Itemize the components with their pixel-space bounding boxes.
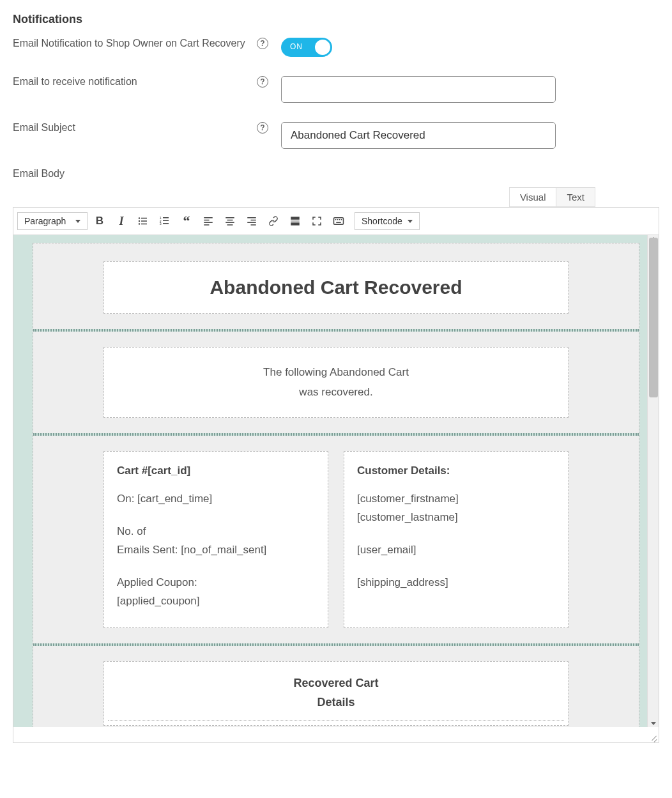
fullscreen-icon <box>311 215 323 227</box>
bullet-list-icon <box>137 215 149 227</box>
align-right-button[interactable] <box>242 211 261 231</box>
recovered-title-line2: Details <box>104 693 568 712</box>
svg-rect-28 <box>335 219 337 220</box>
svg-rect-16 <box>225 217 234 219</box>
editor-tabs: Visual Text <box>13 187 595 207</box>
scroll-thumb[interactable] <box>649 238 658 397</box>
svg-rect-31 <box>341 219 342 220</box>
row-email-notification: Email Notification to Shop Owner on Cart… <box>13 38 659 57</box>
recovered-cart-box[interactable]: Recovered Cart Details <box>103 661 569 726</box>
svg-rect-29 <box>337 219 339 220</box>
blockquote-button[interactable]: “ <box>177 211 196 231</box>
help-icon[interactable]: ? <box>257 122 268 134</box>
align-right-icon <box>246 215 257 227</box>
numbered-list-button[interactable]: 123 <box>155 211 174 231</box>
svg-rect-30 <box>339 219 340 220</box>
label-email-notification: Email Notification to Shop Owner on Cart… <box>13 38 249 49</box>
tab-visual[interactable]: Visual <box>509 187 557 207</box>
scroll-down-icon <box>651 722 656 725</box>
input-recipient-email[interactable] <box>281 76 556 103</box>
cart-coupon-line1: Applied Coupon: <box>117 574 315 592</box>
svg-rect-9 <box>163 220 169 222</box>
svg-rect-15 <box>204 224 209 226</box>
italic-button[interactable]: I <box>112 211 131 231</box>
customer-heading: Customer Details: <box>357 464 555 477</box>
help-icon[interactable]: ? <box>257 38 268 49</box>
divider <box>33 433 639 436</box>
toolbar-toggle-button[interactable] <box>329 211 348 231</box>
intro-line-2: was recovered. <box>119 383 553 403</box>
svg-rect-27 <box>334 218 344 225</box>
divider <box>33 643 639 646</box>
bullet-list-button[interactable] <box>134 211 153 231</box>
scrollbar[interactable] <box>647 235 659 727</box>
customer-shipping: [shipping_address] <box>357 574 555 592</box>
align-left-icon <box>202 215 214 227</box>
email-title-box[interactable]: Abandoned Cart Recovered <box>103 261 569 314</box>
svg-text:3: 3 <box>160 222 162 226</box>
input-email-subject[interactable] <box>281 122 556 149</box>
svg-rect-20 <box>247 217 256 219</box>
customer-email: [user_email] <box>357 541 555 560</box>
toggle-email-notification[interactable]: ON <box>281 38 332 57</box>
svg-rect-24 <box>291 217 300 220</box>
customer-details-box[interactable]: Customer Details: [customer_firstname] [… <box>344 451 569 627</box>
align-center-button[interactable] <box>220 211 240 231</box>
resize-handle-icon[interactable] <box>648 732 657 741</box>
label-recipient-email: Email to receive notification <box>13 76 249 88</box>
align-center-icon <box>224 215 236 227</box>
divider <box>33 329 639 332</box>
intro-box[interactable]: The following Abandoned Cart was recover… <box>103 347 569 418</box>
keyboard-icon <box>333 215 344 227</box>
svg-point-0 <box>139 217 140 219</box>
svg-rect-26 <box>291 222 300 226</box>
editor-canvas[interactable]: Abandoned Cart Recovered The following A… <box>13 235 659 727</box>
cart-emails-line1: No. of <box>117 523 315 541</box>
toggle-state-label: ON <box>290 42 303 51</box>
align-left-button[interactable] <box>199 211 218 231</box>
toggle-knob <box>315 40 330 55</box>
row-email-subject: Email Subject ? <box>13 122 659 149</box>
shortcode-dropdown[interactable]: Shortcode <box>355 212 420 230</box>
customer-lastname: [customer_lastname] <box>357 509 555 527</box>
svg-rect-5 <box>141 224 147 225</box>
cart-emails-line2: Emails Sent: [no_of_mail_sent] <box>117 541 315 560</box>
svg-point-2 <box>139 220 140 222</box>
cart-details-box[interactable]: Cart #[cart_id] On: [cart_end_time] No. … <box>103 451 328 627</box>
email-template-body[interactable]: Abandoned Cart Recovered The following A… <box>33 243 639 727</box>
svg-rect-32 <box>336 222 341 224</box>
editor-box: Paragraph B I 123 “ <box>13 207 659 743</box>
svg-rect-14 <box>204 222 213 224</box>
svg-rect-3 <box>141 220 147 222</box>
editor-toolbar: Paragraph B I 123 “ <box>13 208 659 235</box>
svg-rect-7 <box>163 217 169 219</box>
link-button[interactable] <box>264 211 283 231</box>
label-email-subject: Email Subject <box>13 122 249 134</box>
email-title: Abandoned Cart Recovered <box>118 276 554 299</box>
fullscreen-button[interactable] <box>307 211 326 231</box>
svg-rect-11 <box>163 223 169 224</box>
bold-button[interactable]: B <box>90 211 109 231</box>
label-email-body: Email Body <box>13 168 281 180</box>
intro-line-1: The following Abandoned Cart <box>119 363 553 383</box>
svg-rect-18 <box>225 222 234 224</box>
format-dropdown[interactable]: Paragraph <box>17 212 88 230</box>
editor-statusbar <box>13 727 659 742</box>
caret-down-icon <box>408 220 413 223</box>
svg-rect-12 <box>204 217 213 219</box>
svg-rect-19 <box>227 224 233 226</box>
read-more-button[interactable] <box>286 211 305 231</box>
details-row: Cart #[cart_id] On: [cart_end_time] No. … <box>103 451 569 627</box>
row-recipient-email: Email to receive notification ? <box>13 76 659 103</box>
tab-text[interactable]: Text <box>556 187 595 207</box>
help-icon[interactable]: ? <box>257 76 268 88</box>
svg-rect-21 <box>251 220 256 221</box>
editor: Visual Text Paragraph B I 123 “ <box>13 187 659 743</box>
svg-rect-13 <box>204 220 209 221</box>
link-icon <box>268 215 279 227</box>
numbered-list-icon: 123 <box>159 215 171 227</box>
cart-on-line: On: [cart_end_time] <box>117 490 315 509</box>
caret-down-icon <box>75 220 80 223</box>
svg-rect-25 <box>291 220 300 222</box>
recovered-title-line1: Recovered Cart <box>104 673 568 693</box>
